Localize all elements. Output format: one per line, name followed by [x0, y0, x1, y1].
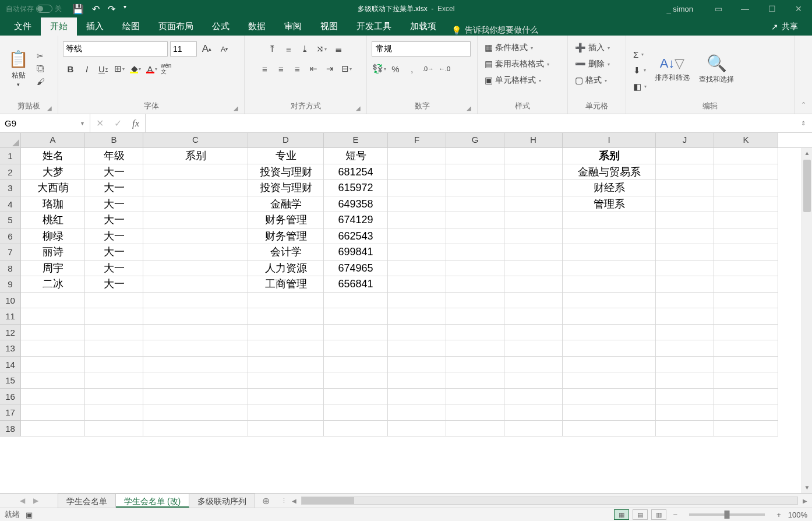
cell[interactable]: 人力资源 — [248, 260, 324, 277]
cell[interactable] — [446, 389, 504, 405]
cell[interactable] — [143, 196, 248, 213]
undo-icon[interactable]: ↶ — [92, 3, 100, 15]
cell[interactable] — [656, 421, 714, 437]
scroll-up-icon[interactable]: ▲ — [802, 148, 812, 159]
cell[interactable] — [563, 372, 656, 389]
cell[interactable]: 656841 — [324, 276, 388, 293]
cell[interactable] — [446, 196, 504, 213]
cell[interactable]: 大一 — [85, 260, 143, 277]
cell[interactable] — [143, 180, 248, 196]
row-header[interactable]: 15 — [0, 372, 21, 389]
cut-button[interactable]: ✂ — [34, 50, 47, 62]
cell[interactable]: 年级 — [85, 148, 143, 164]
close-icon[interactable]: ✕ — [785, 0, 812, 17]
cell[interactable] — [563, 293, 656, 309]
currency-button[interactable]: 💱▾ — [372, 61, 387, 76]
enter-formula-icon[interactable]: ✓ — [114, 118, 122, 129]
zoom-slider[interactable] — [689, 513, 765, 516]
formula-input[interactable] — [146, 114, 795, 132]
cell[interactable]: 桃红 — [21, 212, 85, 228]
cell[interactable] — [324, 421, 388, 437]
cell[interactable] — [714, 228, 778, 245]
cell[interactable] — [446, 212, 504, 228]
align-top-button[interactable]: ⤒ — [265, 41, 280, 57]
cell[interactable] — [656, 357, 714, 373]
cell[interactable] — [656, 212, 714, 228]
cell[interactable]: 财务管理 — [248, 212, 324, 228]
cell[interactable]: 662543 — [324, 228, 388, 245]
increase-font-icon[interactable]: A▴ — [199, 41, 214, 57]
cell[interactable] — [388, 228, 446, 245]
autosum-button[interactable]: Σ▾ — [631, 48, 649, 61]
cell[interactable] — [388, 180, 446, 196]
align-bottom-button[interactable]: ⤓ — [298, 41, 313, 57]
cell[interactable]: 管理系 — [563, 196, 656, 213]
cell[interactable] — [504, 212, 563, 228]
cell[interactable] — [85, 389, 143, 405]
column-header[interactable]: K — [714, 133, 778, 147]
cell[interactable] — [504, 276, 563, 293]
cell[interactable] — [85, 308, 143, 325]
cell[interactable] — [388, 340, 446, 357]
copy-button[interactable]: ⿻ — [34, 63, 47, 75]
format-table-button[interactable]: ▤套用表格格式▾ — [482, 58, 552, 71]
cell[interactable]: 大一 — [85, 244, 143, 260]
cancel-formula-icon[interactable]: ✕ — [96, 118, 104, 129]
tab-draw[interactable]: 绘图 — [113, 17, 149, 36]
clear-button[interactable]: ◧▾ — [631, 80, 649, 93]
cell[interactable]: 681254 — [324, 164, 388, 181]
cell[interactable] — [656, 164, 714, 181]
row-header[interactable]: 12 — [0, 325, 21, 341]
cell[interactable] — [656, 293, 714, 309]
cell[interactable] — [446, 308, 504, 325]
font-name-select[interactable] — [63, 41, 168, 57]
scroll-left-icon[interactable]: ◀ — [290, 498, 299, 504]
cell[interactable]: 二冰 — [21, 276, 85, 293]
row-header[interactable]: 9 — [0, 276, 21, 293]
cell[interactable] — [563, 389, 656, 405]
cell[interactable]: 工商管理 — [248, 276, 324, 293]
cell[interactable] — [388, 148, 446, 164]
cell[interactable] — [714, 421, 778, 437]
cell[interactable] — [563, 404, 656, 421]
new-sheet-button[interactable]: ⊕ — [255, 494, 276, 508]
tab-file[interactable]: 文件 — [5, 17, 41, 36]
cell[interactable] — [504, 372, 563, 389]
save-icon[interactable]: 💾 — [72, 3, 84, 15]
cell[interactable]: 大一 — [85, 180, 143, 196]
fill-color-button[interactable]: ◆▾ — [128, 61, 143, 76]
sheet-nav[interactable]: ◀ ▶ — [0, 494, 58, 508]
cell[interactable] — [563, 357, 656, 373]
font-color-button[interactable]: A▾ — [144, 61, 160, 76]
cell[interactable] — [85, 325, 143, 341]
cell[interactable] — [714, 164, 778, 181]
cell[interactable] — [656, 228, 714, 245]
select-all-button[interactable] — [0, 133, 21, 147]
row-header[interactable]: 4 — [0, 196, 21, 213]
macro-record-icon[interactable]: ▣ — [26, 511, 33, 519]
phonetic-button[interactable]: wén 文 — [161, 61, 176, 76]
cell[interactable]: 投资与理财 — [248, 164, 324, 181]
scroll-down-icon[interactable]: ▼ — [802, 483, 812, 493]
column-header[interactable]: I — [563, 133, 656, 147]
align-right-button[interactable]: ≡ — [290, 61, 305, 76]
cell[interactable] — [563, 340, 656, 357]
cell[interactable] — [21, 340, 85, 357]
cell[interactable] — [324, 372, 388, 389]
cell[interactable] — [504, 340, 563, 357]
cell[interactable]: 699841 — [324, 244, 388, 260]
tab-developer[interactable]: 开发工具 — [347, 17, 401, 36]
tab-insert[interactable]: 插入 — [77, 17, 113, 36]
prev-sheet-icon[interactable]: ◀ — [20, 497, 25, 505]
cell[interactable] — [714, 389, 778, 405]
row-header[interactable]: 1 — [0, 148, 21, 164]
redo-icon[interactable]: ↷ — [108, 3, 115, 15]
cell[interactable]: 系别 — [563, 148, 656, 164]
align-left-button[interactable]: ≡ — [257, 61, 273, 76]
cell[interactable] — [504, 404, 563, 421]
wrap-text-button[interactable]: ≣ — [331, 41, 347, 57]
cell[interactable] — [388, 389, 446, 405]
cell[interactable] — [656, 340, 714, 357]
cell[interactable]: 短号 — [324, 148, 388, 164]
tab-home[interactable]: 开始 — [41, 17, 77, 36]
